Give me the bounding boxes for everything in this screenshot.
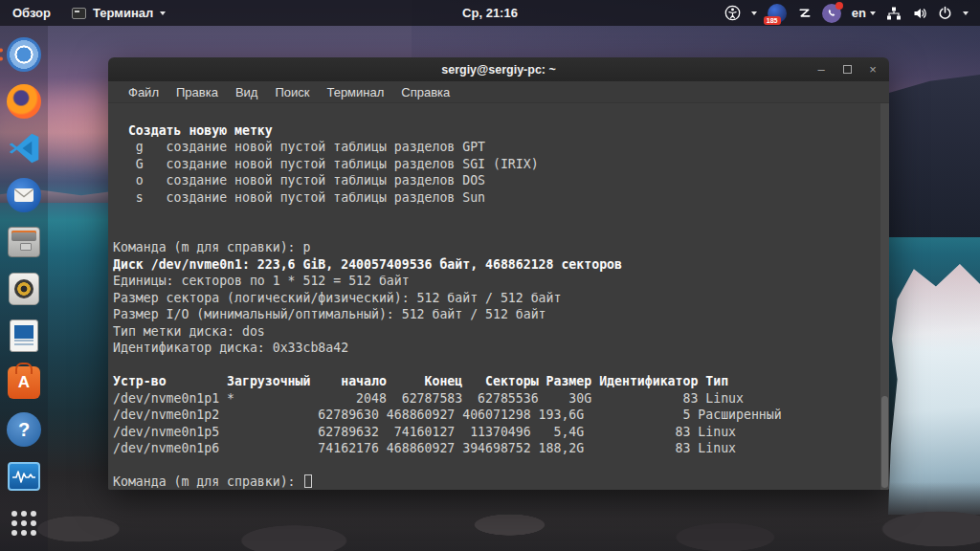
dock-item-help[interactable]: ? <box>6 411 42 448</box>
firefox-icon <box>7 84 41 119</box>
help-icon: ? <box>7 412 41 447</box>
dock-item-thunderbird[interactable] <box>6 177 42 213</box>
terminal-line: Команда (m для справки): p <box>113 239 889 256</box>
speaker-app-icon <box>9 273 39 305</box>
titlebar[interactable]: sergiy@sergiy-pc: ~ – × <box>108 57 889 81</box>
ubuntu-software-icon: A <box>8 366 40 399</box>
close-button[interactable]: × <box>866 63 880 77</box>
messenger-badge-icon[interactable]: 185 <box>768 4 787 23</box>
terminal-line: Единицы: секторов по 1 * 512 = 512 байт <box>113 273 889 290</box>
terminal-line <box>113 223 889 240</box>
terminal-line: G создание новой пустой таблицы разделов… <box>113 156 889 173</box>
top-bar: Обзор Терминал Ср, 21:16 185 <box>0 0 980 26</box>
terminal-window: sergiy@sergiy-pc: ~ – × ФайлПравкаВидПои… <box>108 57 889 490</box>
menu-item[interactable]: Вид <box>227 83 267 101</box>
menu-item[interactable]: Справка <box>392 83 458 101</box>
vscode-icon <box>7 131 41 165</box>
maximize-button[interactable] <box>840 63 854 77</box>
dock-item-software[interactable]: A <box>6 364 42 401</box>
file-cabinet-icon <box>8 227 40 257</box>
dock-item-files[interactable] <box>6 224 42 260</box>
menubar: ФайлПравкаВидПоискТерминалСправка <box>108 81 889 103</box>
volume-icon[interactable] <box>912 6 927 21</box>
chromium-icon <box>7 37 41 72</box>
dock: A ? <box>0 26 48 551</box>
menu-item[interactable]: Терминал <box>318 83 392 101</box>
dock-item-vscode[interactable] <box>6 130 42 166</box>
minimize-button[interactable]: – <box>814 63 828 77</box>
terminal-line: /dev/nvme0n1p2 62789630 468860927 406071… <box>113 407 889 424</box>
show-applications-icon <box>11 511 36 536</box>
libreoffice-writer-icon <box>10 320 38 352</box>
terminal-app-icon <box>72 8 86 19</box>
scrollbar-handle[interactable] <box>881 396 888 488</box>
terminal-line <box>113 206 889 223</box>
chevron-down-icon[interactable] <box>963 11 969 15</box>
viber-icon[interactable] <box>822 4 841 23</box>
dock-item-system-monitor[interactable] <box>6 458 42 495</box>
terminal-line: Идентификатор диска: 0x33cb8a42 <box>113 340 889 357</box>
wallpaper-iceberg <box>888 264 980 515</box>
focused-app-menu[interactable]: Терминал <box>72 6 166 20</box>
terminal-line: /dev/nvme0n1p1 * 2048 62787583 62785536 … <box>113 390 889 408</box>
network-wired-icon[interactable] <box>886 6 902 21</box>
notification-dot <box>835 2 843 10</box>
dock-item-chromium[interactable] <box>6 36 42 73</box>
menu-item[interactable]: Правка <box>167 83 227 101</box>
unread-count-badge: 185 <box>764 16 781 25</box>
menu-item[interactable]: Файл <box>120 83 167 101</box>
scrollbar[interactable] <box>880 103 889 490</box>
keyboard-layout-indicator[interactable]: en <box>852 6 876 20</box>
terminal-line: Устр-во Загрузочный начало Конец Секторы… <box>113 373 889 390</box>
terminal-line: Тип метки диска: dos <box>113 323 889 341</box>
power-icon[interactable] <box>938 6 952 20</box>
terminal-body[interactable]: Создать новую метку g создание новой пус… <box>108 103 889 490</box>
software-letter: A <box>18 373 30 392</box>
wallpaper-rocks <box>0 482 980 551</box>
terminal-line <box>113 457 889 474</box>
focused-app-label: Терминал <box>93 6 153 20</box>
terminal-line: g создание новой пустой таблицы разделов… <box>113 139 889 156</box>
dock-item-writer[interactable] <box>6 318 42 354</box>
running-indicator <box>0 49 3 61</box>
terminal-output: Создать новую метку g создание новой пус… <box>113 105 889 490</box>
terminal-line: o создание новой пустой таблицы разделов… <box>113 172 889 189</box>
system-monitor-icon <box>8 462 40 491</box>
question-glyph: ? <box>18 419 30 441</box>
maximize-icon <box>843 65 852 74</box>
dock-item-multimedia[interactable] <box>6 271 42 307</box>
chevron-down-icon <box>870 11 876 15</box>
window-title: sergiy@sergiy-pc: ~ <box>108 63 889 77</box>
accessibility-icon[interactable] <box>724 5 741 21</box>
terminal-cursor <box>304 474 312 488</box>
terminal-line: Размер сектора (логический/физический): … <box>113 290 889 307</box>
terminal-line: s создание новой пустой таблицы разделов… <box>113 189 889 207</box>
terminal-line: /dev/nvme0n1p6 74162176 468860927 394698… <box>113 440 889 457</box>
terminal-line: Создать новую метку <box>113 122 889 140</box>
terminal-line: Диск /dev/nvme0n1: 223,6 GiB, 2400574095… <box>113 256 889 274</box>
z-indicator-icon[interactable] <box>797 6 812 20</box>
chevron-down-icon[interactable] <box>751 11 757 15</box>
terminal-line <box>113 357 889 374</box>
thunderbird-icon <box>7 178 41 212</box>
menu-item[interactable]: Поиск <box>266 83 318 101</box>
dock-item-firefox[interactable] <box>6 83 42 120</box>
activities-button[interactable]: Обзор <box>12 6 51 20</box>
desktop: Обзор Терминал Ср, 21:16 185 <box>0 0 980 551</box>
terminal-line: Команда (m для справки): <box>113 474 889 490</box>
chevron-down-icon <box>160 11 166 15</box>
terminal-line <box>113 105 889 122</box>
terminal-line: Размер I/O (минимальный/оптимальный): 51… <box>113 306 889 323</box>
dock-item-show-applications[interactable] <box>6 505 42 541</box>
language-label: en <box>852 6 866 20</box>
terminal-line: /dev/nvme0n1p5 62789632 74160127 1137049… <box>113 424 889 441</box>
